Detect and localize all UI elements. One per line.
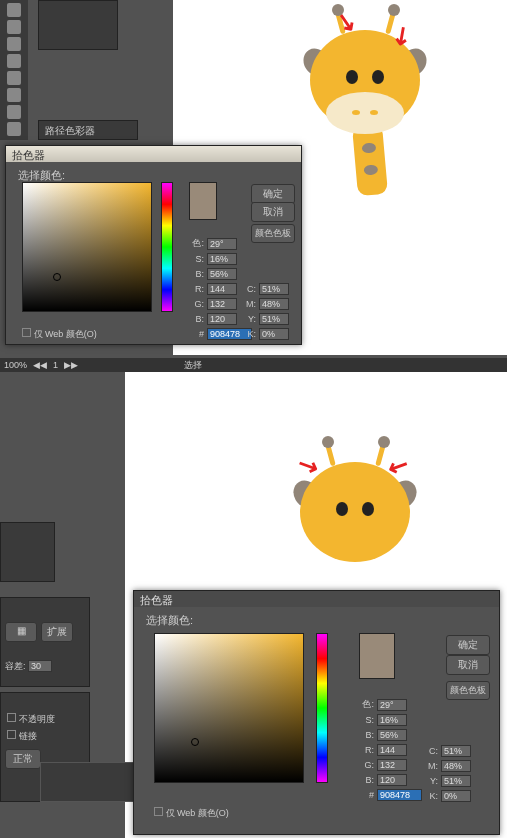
tolerance-label: 容差: [5, 661, 26, 671]
g-input[interactable]: 132 [207, 298, 237, 310]
zoom-value[interactable]: 100% [4, 360, 27, 370]
r-input[interactable]: 144 [377, 744, 407, 756]
opt-button[interactable]: ▦ [5, 622, 37, 642]
panel-dark [38, 0, 118, 50]
nav-prev-icon[interactable]: ◀◀ [33, 360, 47, 370]
color-swatch-new[interactable] [359, 633, 395, 679]
checkbox-icon[interactable] [154, 807, 163, 816]
tool-icon[interactable] [7, 71, 21, 85]
tool-icon[interactable] [7, 37, 21, 51]
r-label: R: [356, 745, 374, 755]
b-label: B: [186, 269, 204, 279]
panel-label: 路径色彩器 [45, 125, 95, 136]
nav-next-icon[interactable]: ▶▶ [64, 360, 78, 370]
saturation-value-field[interactable] [154, 633, 304, 783]
hue-strip[interactable] [316, 633, 328, 783]
screenshot-top: 路径色彩器 ↘ ↘ 拾色器 选择颜色: 确定 取消 颜色色板 色: 29° S:… [0, 0, 507, 372]
k-input[interactable]: 0% [441, 790, 471, 802]
ok-button[interactable]: 确定 [251, 184, 295, 204]
dialog-title: 拾色器 [134, 591, 499, 607]
bl-label: B: [186, 314, 204, 324]
page-num[interactable]: 1 [53, 360, 58, 370]
s-input[interactable]: 16% [207, 253, 237, 265]
tool-icon[interactable] [7, 88, 21, 102]
tool-icon[interactable] [7, 20, 21, 34]
select-color-label: 选择颜色: [18, 168, 65, 183]
b-input[interactable]: 56% [377, 729, 407, 741]
sv-cursor[interactable] [191, 738, 199, 746]
saturation-value-field[interactable] [22, 182, 152, 312]
b-input[interactable]: 56% [207, 268, 237, 280]
expand-button[interactable]: 扩展 [41, 622, 73, 642]
bl-input[interactable]: 120 [377, 774, 407, 786]
link-label: 链接 [19, 731, 37, 741]
color-picker-dialog: 拾色器 选择颜色: 确定 取消 颜色色板 色: 29° S: 16% B: 56… [5, 145, 302, 345]
s-input[interactable]: 16% [377, 714, 407, 726]
h-label: 色: [356, 698, 374, 711]
web-colors-checkbox[interactable]: 仅 Web 颜色(O) [154, 807, 229, 820]
m-input[interactable]: 48% [259, 298, 289, 310]
c-input[interactable]: 51% [441, 745, 471, 757]
normal-button[interactable]: 正常 [5, 749, 41, 769]
hsb-rgb-fields: 色: 29° S: 16% B: 56% R: 144 G: 132 B: 12… [356, 697, 422, 802]
bl-label: B: [356, 775, 374, 785]
select-color-label: 选择颜色: [146, 613, 193, 628]
panel-small [0, 522, 55, 582]
k-label: K: [420, 791, 438, 801]
b-label: B: [356, 730, 374, 740]
r-label: R: [186, 284, 204, 294]
c-input[interactable]: 51% [259, 283, 289, 295]
hue-strip[interactable] [161, 182, 173, 312]
screenshot-bottom: ▦ 扩展 容差: 30 不透明度 链接 正常 2345截图20160 ↘ ↙ 拾… [0, 372, 507, 838]
c-label: C: [238, 284, 256, 294]
m-input[interactable]: 48% [441, 760, 471, 772]
h-input[interactable]: 29° [207, 238, 237, 250]
h-label: 色: [186, 237, 204, 250]
web-colors-label: 仅 Web 颜色(O) [166, 808, 229, 818]
k-label: K: [238, 329, 256, 339]
status-bar: 100% ◀◀ 1 ▶▶ 选择 [0, 358, 507, 372]
cmyk-fields: C: 51% M: 48% Y: 51% K: 0% [238, 281, 289, 341]
color-library-button[interactable]: 颜色色板 [251, 224, 295, 243]
tool-icon[interactable] [7, 3, 21, 17]
s-label: S: [356, 715, 374, 725]
opacity-label: 不透明度 [19, 714, 55, 724]
panel-options: ▦ 扩展 容差: 30 [0, 597, 90, 687]
color-library-button[interactable]: 颜色色板 [446, 681, 490, 700]
s-label: S: [186, 254, 204, 264]
cancel-button[interactable]: 取消 [446, 655, 490, 675]
y-input[interactable]: 51% [259, 313, 289, 325]
checkbox-icon[interactable] [7, 713, 16, 722]
hex-label: # [186, 329, 204, 339]
web-colors-label: 仅 Web 颜色(O) [34, 329, 97, 339]
m-label: M: [420, 761, 438, 771]
ok-button[interactable]: 确定 [446, 635, 490, 655]
y-input[interactable]: 51% [441, 775, 471, 787]
tolerance-input[interactable]: 30 [28, 660, 52, 672]
color-picker-dialog: 拾色器 选择颜色: 确定 取消 颜色色板 色: 29° S: 16% B: 56… [133, 590, 500, 835]
h-input[interactable]: 29° [377, 699, 407, 711]
g-label: G: [356, 760, 374, 770]
dialog-title: 拾色器 [6, 146, 301, 162]
k-input[interactable]: 0% [259, 328, 289, 340]
tool-icon[interactable] [7, 54, 21, 68]
toolbar [0, 0, 28, 140]
hex-input[interactable]: 908478 [377, 789, 422, 801]
checkbox-icon[interactable] [7, 730, 16, 739]
g-input[interactable]: 132 [377, 759, 407, 771]
color-swatch-new[interactable] [189, 182, 217, 220]
tool-icon[interactable] [7, 122, 21, 136]
hex-label: # [356, 790, 374, 800]
cancel-button[interactable]: 取消 [251, 202, 295, 222]
c-label: C: [420, 746, 438, 756]
y-label: Y: [238, 314, 256, 324]
bl-input[interactable]: 120 [207, 313, 237, 325]
selection-label: 选择 [184, 359, 202, 372]
checkbox-icon[interactable] [22, 328, 31, 337]
tool-icon[interactable] [7, 105, 21, 119]
y-label: Y: [420, 776, 438, 786]
panel-path: 路径色彩器 [38, 120, 138, 140]
web-colors-checkbox[interactable]: 仅 Web 颜色(O) [22, 328, 97, 341]
r-input[interactable]: 144 [207, 283, 237, 295]
sv-cursor[interactable] [53, 273, 61, 281]
